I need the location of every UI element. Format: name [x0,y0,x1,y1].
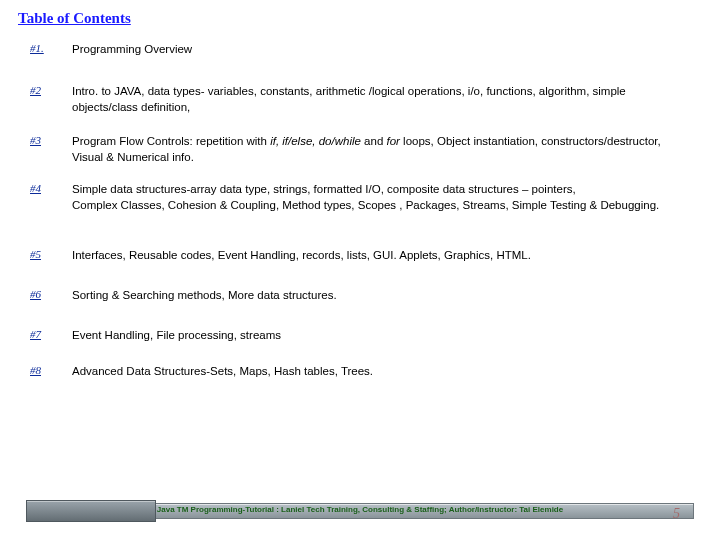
toc-desc: Sorting & Searching methods, More data s… [72,288,690,304]
toc-desc: Advanced Data Structures-Sets, Maps, Has… [72,364,690,380]
toc-desc: Simple data structures-array data type, … [72,182,690,213]
toc-desc: Interfaces, Reusable codes, Event Handli… [72,248,690,264]
page-number: 5 [673,506,680,522]
slide: Table of Contents Java TM Programming-Tu… [0,0,720,540]
toc-link-3[interactable]: #3 [30,134,41,146]
page-title: Table of Contents [18,10,131,27]
toc-link-7[interactable]: #7 [30,328,41,340]
footer-text: Java TM Programming-Tutorial : Laniel Te… [26,505,694,514]
footer-bar: Java TM Programming-Tutorial : Laniel Te… [26,500,694,522]
toc-link-8[interactable]: #8 [30,364,41,376]
toc-link-2[interactable]: #2 [30,84,41,96]
toc-desc: Program Flow Controls: repetition with i… [72,134,690,165]
toc-desc: Programming Overview [72,42,690,58]
toc-link-1[interactable]: #1. [30,42,44,54]
toc-link-5[interactable]: #5 [30,248,41,260]
toc-link-6[interactable]: #6 [30,288,41,300]
toc-link-4[interactable]: #4 [30,182,41,194]
toc-desc: Event Handling, File processing, streams [72,328,690,344]
toc-desc: Intro. to JAVA, data types- variables, c… [72,84,690,115]
